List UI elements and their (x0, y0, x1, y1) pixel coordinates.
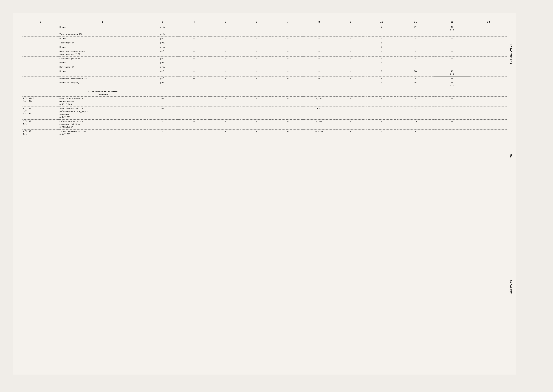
table-row: Заготовительно-склад-ские расходы I,2% р… (22, 49, 507, 56)
cell-16-3: М (147, 119, 178, 130)
cell-3-1 (22, 36, 59, 41)
cell-1-4: — (178, 25, 210, 32)
cell-15-12: — (434, 106, 470, 119)
cell-12-2: Итого по разделу I (59, 81, 147, 88)
cell-9-11: — (397, 65, 434, 69)
cell-4-12: — (434, 41, 470, 45)
col-header-2: 2 (59, 19, 147, 25)
cell-17-6: — (241, 130, 272, 137)
cell-10-1 (22, 70, 59, 77)
cell-12-5: — (210, 81, 241, 88)
cell-1-5: — (210, 25, 241, 32)
cell-14-2: Розетка штепсельнаямарки У-94-00,I7хI,08… (59, 97, 147, 107)
cell-2-5: — (210, 32, 241, 36)
cell-6-12: — (434, 49, 470, 56)
cell-16-13 (470, 119, 507, 130)
cell-6-1 (22, 49, 59, 56)
cell-1-6: — (241, 25, 272, 32)
cell-1-3: руб. (147, 25, 178, 32)
col-header-6: 6 (241, 19, 272, 25)
cell-13-3 (147, 88, 178, 97)
cell-11-9: — (335, 77, 366, 81)
cell-9-4: — (178, 65, 210, 69)
cell-6-9: — (335, 49, 366, 56)
cell-7-2: Комплектация 0,7% (59, 56, 147, 61)
cell-8-4: — (178, 61, 210, 65)
cell-9-3: руб. (147, 65, 178, 69)
cell-1-2: Итого (59, 25, 147, 32)
col-header-9: 9 (335, 19, 366, 25)
cell-11-5: — (210, 77, 241, 81)
col-header-10: IO (366, 19, 397, 25)
cell-17-9: — (335, 130, 366, 137)
cell-13-5 (210, 88, 241, 97)
cell-1-9: — (335, 25, 366, 32)
table-row: Транспорт 5% руб. — — — — — — I — — (22, 41, 507, 45)
cell-2-4: — (178, 32, 210, 36)
cell-14-1: I.I5-04ч.Iп.I7-085 (22, 97, 59, 107)
cell-4-1 (22, 41, 59, 45)
cell-17-4: 2 (178, 130, 210, 137)
cell-9-2: Зап.части 2% (59, 65, 147, 69)
cell-10-11: I44 (397, 70, 434, 77)
cell-5-2: Итого (59, 45, 147, 49)
cell-15-9: — (335, 106, 366, 119)
cell-3-9: — (335, 36, 366, 41)
cell-9-10: — (366, 65, 397, 69)
cell-14-9: — (335, 97, 366, 107)
cell-3-13 (470, 36, 507, 41)
cell-16-2: Кабель АВВГ-0,66 кВсечением 2х2,5 мм20,3… (59, 119, 147, 130)
cell-4-3: руб. (147, 41, 178, 45)
cell-6-3: руб. (147, 49, 178, 56)
cell-12-3: руб. (147, 81, 178, 88)
cell-3-5: — (210, 36, 241, 41)
cell-9-1 (22, 65, 59, 69)
cell-6-5: — (210, 49, 241, 56)
cell-17-11: — (397, 130, 434, 137)
cell-10-6: — (241, 70, 272, 77)
cell-12-8: — (303, 81, 335, 88)
cell-10-7: — (272, 70, 304, 77)
cell-1-10: 7 (366, 25, 397, 32)
table-row: Итого руб. — — — — — — 8 — — (22, 45, 507, 49)
table-row: Итого руб. — — — — — — 8 — — (22, 61, 507, 65)
cell-15-13 (470, 106, 507, 119)
cell-10-3: руб. (147, 70, 178, 77)
cell-8-5: — (210, 61, 241, 65)
cell-3-4: — (178, 36, 210, 41)
cell-17-2: То же,сечением 3х2,5мм20,4хI,097 (59, 130, 147, 137)
cell-17-3: М (147, 130, 178, 137)
cell-8-12: — (434, 61, 470, 65)
cell-7-3: руб. (147, 56, 178, 61)
cell-8-6: — (241, 61, 272, 65)
cell-12-11: I53 (397, 81, 434, 88)
table-row: Итого руб. — — — — — — 7 — — (22, 36, 507, 41)
cell-17-8: 0,439— (303, 130, 335, 137)
cell-2-3: руб. (147, 32, 178, 36)
cell-16-5: — (210, 119, 241, 130)
cell-10-13 (470, 70, 507, 77)
cell-8-3: руб. (147, 61, 178, 65)
cell-11-11: 9 (397, 77, 434, 81)
main-page: А-Ш 80г-79-1 78 А6497-03 I 2 3 4 5 (13, 13, 516, 375)
cell-8-13 (470, 61, 507, 65)
cell-10-10: 8 (366, 70, 397, 77)
cell-9-8: — (303, 65, 335, 69)
cell-5-1 (22, 45, 59, 49)
cell-7-1 (22, 56, 59, 61)
cell-16-12: — (434, 119, 470, 130)
cell-2-10: — (366, 32, 397, 36)
cell-4-4: — (178, 41, 210, 45)
main-table: I 2 3 4 5 6 7 8 9 IO II I2 I3 Итого руб. (22, 19, 507, 137)
cell-7-11: — (397, 56, 434, 61)
cell-11-13 (470, 77, 507, 81)
cell-11-10: — (366, 77, 397, 81)
cell-2-13 (470, 32, 507, 36)
cell-3-7: — (272, 36, 304, 41)
cell-3-6: — (241, 36, 272, 41)
cell-14-13 (470, 97, 507, 107)
cell-5-10: 8 (366, 45, 397, 49)
cell-3-11: — (397, 36, 434, 41)
cell-13-2: II.Материалы,не учтенныеценником (59, 88, 147, 97)
cell-8-1 (22, 61, 59, 65)
